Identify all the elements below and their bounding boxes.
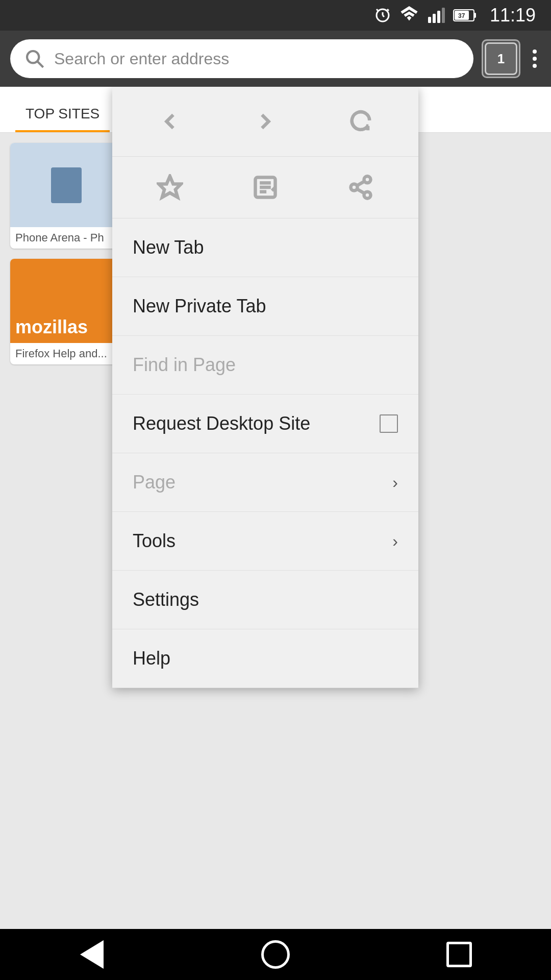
svg-text:37: 37 xyxy=(458,12,465,19)
status-icons: 37 11:19 xyxy=(373,5,536,26)
svg-line-2 xyxy=(383,15,384,17)
menu-item-help[interactable]: Help xyxy=(112,629,418,688)
site-thumbnail-mozilla: mozillas xyxy=(10,259,122,343)
main-content: TOP SITES Phone Arena - Ph ▲ Fir xyxy=(0,87,551,929)
tab-counter-button[interactable]: 1 xyxy=(482,39,520,78)
page-arrow: › xyxy=(392,473,398,492)
svg-line-14 xyxy=(37,61,43,67)
bookmark-button[interactable] xyxy=(149,167,190,208)
menu-item-find-in-page[interactable]: Find in Page xyxy=(112,336,418,395)
search-icon xyxy=(24,48,45,69)
svg-line-27 xyxy=(357,181,364,186)
menu-nav-row xyxy=(112,87,418,157)
menu-item-tools[interactable]: Tools › xyxy=(112,512,418,571)
site-thumbnail-phone-arena xyxy=(10,143,122,227)
menu-item-new-private-tab[interactable]: New Private Tab xyxy=(112,277,418,336)
site-tile-mozilla[interactable]: mozillas Firefox Help and... xyxy=(10,259,122,364)
battery-icon: 37 xyxy=(453,8,477,23)
svg-point-25 xyxy=(364,192,370,199)
tools-arrow: › xyxy=(392,532,398,551)
svg-rect-5 xyxy=(428,17,431,23)
search-bar[interactable]: Search or enter address xyxy=(10,39,473,78)
svg-line-4 xyxy=(387,9,389,11)
menu-action-row xyxy=(112,157,418,218)
tab-count: 1 xyxy=(497,51,505,67)
dot2 xyxy=(533,57,537,61)
back-triangle-icon xyxy=(80,940,104,969)
alarm-icon xyxy=(373,6,392,24)
tab-top-sites[interactable]: TOP SITES xyxy=(15,106,110,132)
share-button[interactable] xyxy=(340,167,381,208)
dot1 xyxy=(533,50,537,54)
search-input-placeholder: Search or enter address xyxy=(54,50,229,68)
dot3 xyxy=(533,64,537,68)
status-time: 11:19 xyxy=(490,5,536,26)
site-label-mozilla: Firefox Help and... xyxy=(10,343,122,364)
site-tile-phone-arena[interactable]: Phone Arena - Ph xyxy=(10,143,122,249)
menu-item-settings[interactable]: Settings xyxy=(112,571,418,629)
svg-point-23 xyxy=(364,176,370,183)
menu-item-request-desktop-site[interactable]: Request Desktop Site xyxy=(112,395,418,453)
signal-icon xyxy=(427,6,445,24)
reader-mode-button[interactable] xyxy=(245,167,286,208)
pa-thumbnail-icon xyxy=(51,167,82,203)
site-label-phone-arena: Phone Arena - Ph xyxy=(10,227,122,249)
home-nav-button[interactable] xyxy=(255,934,296,975)
tab-counter-inner: 1 xyxy=(485,42,517,75)
svg-rect-7 xyxy=(437,11,440,23)
menu-item-page[interactable]: Page › xyxy=(112,453,418,512)
browser-toolbar: Search or enter address 1 xyxy=(0,31,551,87)
svg-line-3 xyxy=(377,9,378,11)
wifi-icon xyxy=(400,6,418,24)
bottom-nav xyxy=(0,929,551,980)
svg-rect-8 xyxy=(442,8,445,23)
forward-button[interactable] xyxy=(245,101,286,142)
menu-item-new-tab[interactable]: New Tab xyxy=(112,218,418,277)
status-bar: 37 11:19 xyxy=(0,0,551,31)
svg-marker-18 xyxy=(159,176,181,197)
back-button[interactable] xyxy=(149,101,190,142)
recent-nav-button[interactable] xyxy=(439,934,480,975)
desktop-site-checkbox[interactable] xyxy=(380,414,398,433)
mozilla-text: mozillas xyxy=(15,316,88,338)
svg-line-26 xyxy=(357,189,364,193)
svg-point-13 xyxy=(27,51,39,63)
svg-rect-6 xyxy=(433,14,436,23)
reload-button[interactable] xyxy=(340,101,381,142)
svg-rect-10 xyxy=(474,13,476,18)
back-nav-button[interactable] xyxy=(71,934,112,975)
home-circle-icon xyxy=(261,940,290,969)
dropdown-menu: New Tab New Private Tab Find in Page Req… xyxy=(112,87,418,688)
svg-point-24 xyxy=(350,184,357,191)
recent-square-icon xyxy=(446,942,472,967)
overflow-menu-button[interactable] xyxy=(529,44,541,73)
